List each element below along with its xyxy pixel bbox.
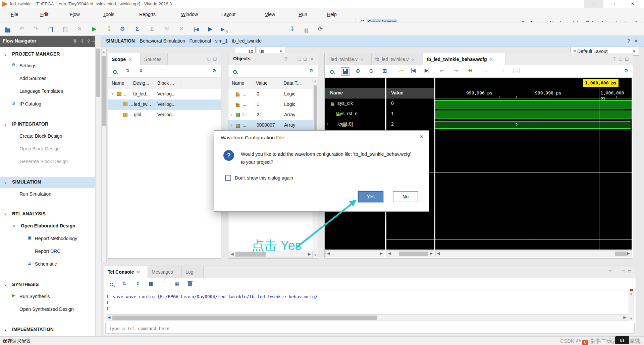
minimize-panel-icon[interactable]: ─	[290, 56, 294, 62]
settings-gear-icon[interactable]: ⚙	[117, 25, 127, 33]
nav-open-elaborated-design[interactable]: Open Elaborated Design	[21, 223, 75, 228]
nav-simulation[interactable]: SIMULATION	[12, 179, 41, 185]
close-icon[interactable]: ✕	[634, 38, 638, 44]
wave-value-header[interactable]: Value	[386, 88, 434, 98]
redo-icon[interactable]: ↷	[31, 25, 41, 33]
float-panel-icon[interactable]: ⊡	[625, 56, 629, 62]
menu-help[interactable]: Help	[327, 12, 337, 17]
help-icon[interactable]: ?	[613, 56, 615, 62]
nav-report-methodology[interactable]: Report Methodology	[35, 236, 77, 241]
search-icon[interactable]	[110, 283, 113, 286]
tab-scope[interactable]: Scope✕	[108, 53, 141, 65]
object-row[interactable]: ... 0 Logic	[228, 89, 313, 99]
copy-icon[interactable]	[60, 25, 70, 33]
tab-tb-led-twinkle-behav-wcfg[interactable]: tb_led_twinkle_behav.wcfg✕	[423, 53, 506, 65]
zoom-out-icon[interactable]: ⊖	[369, 68, 373, 74]
tab-led-twinkle-v[interactable]: led_twinkle.v✕	[327, 53, 372, 65]
trash-icon[interactable]	[188, 282, 192, 287]
restart-sim-icon[interactable]: |◀	[191, 25, 201, 33]
nav-ip-catalog[interactable]: IP Catalog	[19, 101, 41, 107]
wave-signal-sys-clk[interactable]: sys_clk	[337, 100, 353, 106]
menu-flow[interactable]: Flow	[70, 12, 80, 17]
menu-file[interactable]: File	[11, 12, 18, 17]
zoom-fit-icon[interactable]: ⊞	[382, 68, 387, 74]
console-hscrollbar[interactable]: ◀▶	[106, 314, 628, 321]
nav-language-templates[interactable]: Language Templates	[19, 88, 63, 94]
expand-all-icon[interactable]: ⇕	[139, 68, 143, 73]
collapse-all-icon[interactable]: ⇅	[122, 281, 126, 286]
flow-navigator-scrollbar[interactable]	[95, 47, 101, 336]
copy-icon[interactable]	[162, 281, 166, 287]
console-vscrollbar[interactable]: ∧ ∨	[629, 291, 634, 321]
expand-icon[interactable]: ›	[230, 122, 232, 128]
scope-row[interactable]: ∨ ... tb_led... Verilog...	[108, 89, 221, 99]
expand-all-icon[interactable]: ⇕	[80, 39, 84, 44]
tab-tb-led-twinkle-v[interactable]: tb_led_twinkle.v✕	[372, 53, 423, 65]
maximize-panel-icon[interactable]: □	[620, 56, 622, 62]
chevron-down-icon[interactable]: ∨	[4, 122, 7, 127]
scope-row-selected[interactable]: ... led_tw... Verilog...	[108, 99, 221, 110]
close-icon[interactable]: ✕	[412, 57, 415, 62]
nav-add-sources[interactable]: Add Sources	[19, 76, 46, 81]
close-icon[interactable]: ✕	[419, 134, 424, 140]
relaunch-icon[interactable]: ⟳	[315, 25, 325, 33]
tab-sources[interactable]: Sources	[141, 53, 168, 65]
minimize-panel-icon[interactable]: ─	[200, 56, 204, 62]
menu-window[interactable]: Window	[181, 12, 198, 17]
dont-show-checkbox[interactable]	[225, 175, 231, 181]
float-panel-icon[interactable]: ⊡	[213, 56, 217, 62]
help-icon[interactable]: ?	[284, 56, 287, 62]
tab-log[interactable]: Log	[182, 266, 204, 278]
chevron-down-icon[interactable]: ∨	[4, 180, 7, 185]
wave-ruler[interactable]: 999,996 ps 999,998 ps 1,000,000 ps	[435, 88, 632, 98]
nav-synthesis[interactable]: SYNTHESIS	[12, 282, 39, 287]
col-name[interactable]: Name	[232, 80, 244, 86]
maximize-button[interactable]: □	[603, 0, 623, 8]
menu-edit[interactable]: Edit	[40, 12, 48, 17]
close-icon[interactable]: ✕	[310, 56, 314, 62]
open-project-icon[interactable]	[3, 25, 13, 33]
minimize-button[interactable]: ─	[584, 0, 603, 8]
float-panel-icon[interactable]: ⊡	[628, 269, 632, 274]
step-icon[interactable]: ↧	[104, 25, 114, 33]
wave-cursor-line[interactable]	[599, 79, 599, 250]
maximize-panel-icon[interactable]: □	[298, 56, 301, 62]
report-icon[interactable]	[46, 25, 56, 33]
wave-name-header[interactable]: Name	[325, 88, 385, 98]
tab-tcl-console[interactable]: Tcl Console✕	[104, 266, 148, 278]
tab-messages[interactable]: Messages	[148, 266, 182, 278]
nav-project-manager[interactable]: PROJECT MANAGER	[12, 51, 60, 57]
menu-reports[interactable]: Reports	[139, 12, 156, 17]
nav-open-synthesized-design[interactable]: Open Synthesized Design	[19, 306, 74, 312]
run-icon[interactable]: ▶	[89, 25, 99, 33]
nav-rtl-analysis[interactable]: RTL ANALYSIS	[12, 211, 46, 216]
chevron-down-icon[interactable]: ∨	[4, 52, 7, 57]
run-for-time-icon[interactable]: ▶(T)	[219, 25, 229, 33]
col-value[interactable]: Value	[256, 80, 268, 86]
nav-settings[interactable]: Settings	[19, 63, 37, 68]
nav-schematic[interactable]: Schematic	[35, 261, 57, 267]
gear-icon[interactable]: ⚙	[624, 68, 628, 73]
wave-names-hscrollbar[interactable]: ◀▶	[325, 250, 384, 257]
step-down-icon[interactable]: ↧	[287, 25, 297, 33]
close-icon[interactable]: ✕	[128, 57, 132, 62]
menu-tools[interactable]: Tools	[103, 12, 114, 17]
close-icon[interactable]: ✕	[489, 57, 493, 62]
col-design-unit[interactable]: Desig...	[133, 80, 149, 86]
chevron-down-icon[interactable]: ∨	[4, 212, 7, 216]
menu-run[interactable]: Run	[299, 12, 307, 17]
close-button[interactable]: ✕	[623, 0, 642, 8]
workspace-scrollbar[interactable]: ∧	[101, 49, 107, 262]
maximize-panel-icon[interactable]: □	[208, 56, 210, 62]
nav-report-drc[interactable]: Report DRC	[35, 249, 60, 254]
search-icon[interactable]	[233, 70, 237, 74]
menu-view[interactable]: View	[265, 12, 275, 17]
help-icon[interactable]: ?	[609, 269, 611, 274]
wave-values-hscrollbar[interactable]: ◀▶	[386, 250, 434, 257]
table-icon[interactable]: ▦	[175, 281, 179, 287]
zoom-in-icon[interactable]: ⊕	[356, 68, 360, 74]
gear-icon[interactable]: ⚙	[212, 68, 216, 73]
wave-signal-sys-rst-n[interactable]: sys_rst_n	[337, 111, 358, 116]
add-marker-icon[interactable]: +Γ	[468, 68, 474, 73]
minimize-panel-icon[interactable]: ─	[615, 269, 618, 274]
